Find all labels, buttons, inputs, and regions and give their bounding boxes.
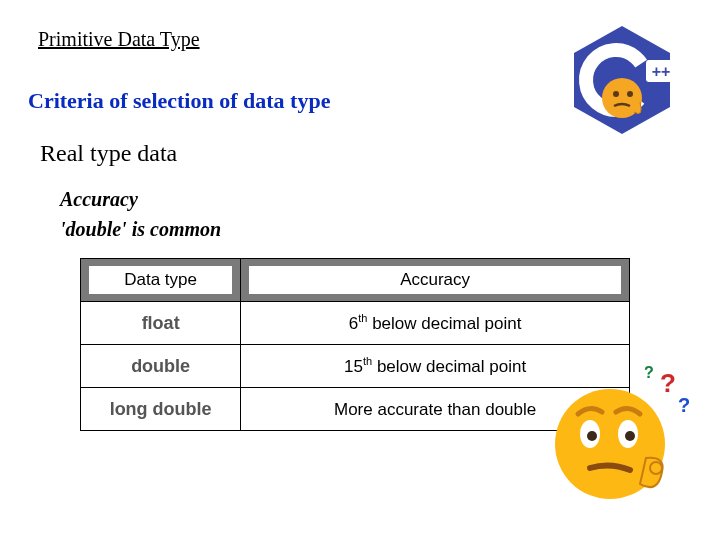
svg-text:++: ++ [652, 63, 671, 80]
cell-type: long double [81, 388, 241, 431]
svg-text:?: ? [644, 364, 654, 381]
cpp-logo-icon: ++ [562, 20, 682, 140]
cell-type: float [81, 302, 241, 345]
double-common-label: 'double' is common [60, 218, 221, 241]
real-type-heading: Real type data [40, 140, 177, 167]
svg-point-5 [613, 91, 619, 97]
svg-point-12 [650, 462, 662, 474]
table-row: float 6th below decimal point [81, 302, 630, 345]
svg-text:?: ? [678, 394, 690, 416]
criteria-heading: Criteria of selection of data type [28, 88, 330, 114]
table-head-accuracy: Accuracy [249, 266, 621, 294]
cell-type: double [81, 345, 241, 388]
accuracy-label: Accuracy [60, 188, 138, 211]
svg-text:?: ? [660, 368, 676, 398]
svg-point-9 [587, 431, 597, 441]
svg-point-11 [625, 431, 635, 441]
svg-point-6 [627, 91, 633, 97]
topic-title: Primitive Data Type [38, 28, 200, 51]
thinking-emoji-icon: ? ? ? [540, 364, 690, 514]
table-head-type: Data type [89, 266, 232, 294]
cell-accuracy: 6th below decimal point [241, 302, 630, 345]
